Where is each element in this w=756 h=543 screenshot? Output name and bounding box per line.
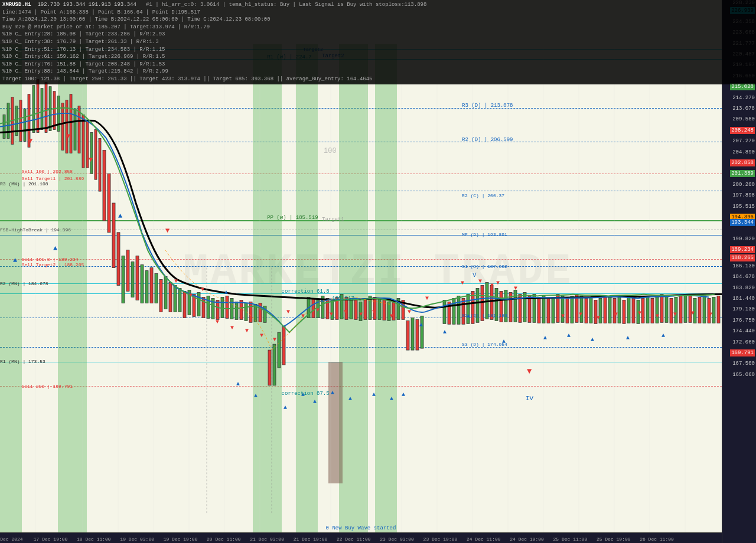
ppw-label: PP (w) | 185.519 <box>267 215 318 221</box>
price-172: 172.060 <box>732 339 755 345</box>
svg-rect-61 <box>183 291 186 318</box>
r3mn-label: R3 (MN) | 201.108 <box>0 181 48 187</box>
svg-text:▼: ▼ <box>28 137 33 145</box>
svg-text:▼: ▼ <box>230 325 234 331</box>
svg-text:▼: ▼ <box>273 336 276 343</box>
svg-rect-66 <box>207 296 210 318</box>
r2d-label: R2 (D) | 206.599 <box>462 137 513 143</box>
info-line6: %10 C_ Entry:38: 176.79 | Target:261.33 … <box>2 38 754 46</box>
svg-text:▲: ▲ <box>567 332 571 339</box>
svg-rect-21 <box>7 103 9 139</box>
svg-text:▲: ▲ <box>662 332 665 339</box>
svg-rect-70 <box>226 296 229 318</box>
svg-text:▼: ▼ <box>514 286 517 292</box>
svg-text:▲: ▲ <box>348 395 352 402</box>
svg-rect-98 <box>378 298 381 319</box>
svg-rect-138 <box>585 298 588 323</box>
svg-text:▼: ▼ <box>316 307 320 313</box>
time-label-11: 23 Dec 19:00 <box>423 537 458 542</box>
s3d-label: S3 (D) | 174.954 <box>462 342 507 347</box>
time-label-6: 20 Dec 11:00 <box>207 537 241 542</box>
svg-rect-143 <box>608 297 611 323</box>
svg-text:IV: IV <box>526 395 534 402</box>
svg-rect-156 <box>670 298 673 323</box>
svg-rect-39 <box>82 115 84 168</box>
svg-text:▲: ▲ <box>284 404 287 411</box>
price-174: 174.440 <box>732 328 755 334</box>
sell250-label: Sell 250 | 169.791 <box>22 384 73 389</box>
price-188: 188.265 <box>730 254 755 261</box>
svg-rect-126 <box>528 296 531 322</box>
price-181: 181.440 <box>732 296 755 302</box>
svg-rect-104 <box>406 320 409 350</box>
svg-rect-145 <box>618 297 621 323</box>
svg-text:▲: ▲ <box>313 398 317 405</box>
new-buy-wave-label: 0 New Buy Wave started <box>326 525 396 531</box>
svg-rect-68 <box>216 300 219 319</box>
svg-rect-147 <box>627 297 630 323</box>
svg-text:▼: ▼ <box>359 311 363 318</box>
price-165: 165.060 <box>732 372 755 378</box>
svg-rect-87 <box>326 298 329 319</box>
svg-rect-162 <box>698 297 701 323</box>
svg-text:▼: ▼ <box>201 286 204 293</box>
svg-rect-93 <box>354 300 357 319</box>
svg-rect-128 <box>537 297 540 323</box>
time-label-15: 25 Dec 19:00 <box>597 537 631 542</box>
svg-rect-125 <box>523 292 526 322</box>
price-204: 204.890 <box>732 149 755 155</box>
svg-rect-50 <box>131 262 134 297</box>
svg-rect-110 <box>452 298 455 324</box>
svg-text:▼: ▼ <box>561 313 565 319</box>
svg-rect-134 <box>566 298 569 323</box>
svg-rect-129 <box>542 296 545 323</box>
svg-rect-29 <box>41 89 43 130</box>
svg-text:▲: ▲ <box>543 335 547 341</box>
info-line8: %10 C_ Entry:61: 159.162 | Target:226.96… <box>2 53 754 61</box>
svg-rect-65 <box>202 297 205 318</box>
time-label-5: 19 Dec 19:00 <box>164 537 198 542</box>
svg-text:▼: ▼ <box>189 292 193 299</box>
time-label-2: 17 Dec 19:00 <box>34 537 68 542</box>
time-label-9: 22 Dec 11:00 <box>337 537 371 542</box>
svg-text:▼: ▼ <box>425 295 429 302</box>
svg-rect-166 <box>717 296 720 323</box>
price-210: 209.580 <box>732 116 755 122</box>
svg-rect-48 <box>122 256 125 303</box>
svg-rect-53 <box>145 271 148 303</box>
svg-rect-146 <box>623 300 625 323</box>
svg-rect-72 <box>235 302 238 319</box>
svg-text:▲: ▲ <box>224 289 228 296</box>
svg-rect-95 <box>364 298 367 319</box>
svg-text:▲: ▲ <box>443 329 447 335</box>
svg-text:▼: ▼ <box>527 367 532 376</box>
svg-rect-60 <box>178 289 181 312</box>
svg-rect-56 <box>159 280 162 312</box>
svg-text:▲: ▲ <box>626 335 630 341</box>
svg-rect-34 <box>61 103 64 151</box>
time-label-4: 19 Dec 03:00 <box>120 537 154 542</box>
svg-text:▼: ▼ <box>330 311 333 318</box>
svg-text:▼: ▼ <box>390 313 393 319</box>
svg-text:▼: ▼ <box>174 278 178 284</box>
svg-text:▲: ▲ <box>419 322 423 328</box>
svg-text:▼: ▼ <box>344 309 347 315</box>
svg-text:▼: ▼ <box>260 332 263 339</box>
price-213: 213.078 <box>732 106 755 112</box>
info-line1: XMRUSD.H1 192.730 193.344 191.913 193.34… <box>2 1 754 9</box>
r2c-label: R2 (C) | 200.37 <box>462 193 504 198</box>
info-line3: Time A:2024.12.20 13:00:00 | Time B:2024… <box>2 16 754 24</box>
time-label-8: 21 Dec 19:00 <box>294 537 328 542</box>
svg-rect-43 <box>99 138 101 191</box>
svg-rect-59 <box>174 286 177 312</box>
svg-text:▲: ▲ <box>591 336 594 343</box>
price-183: 183.820 <box>732 285 755 291</box>
svg-rect-27 <box>32 86 35 133</box>
chart-area: V IV ▲ ▲ ▲ ▲ ▲ ▲ ▲ ▲ ▲ ▲ ▲ ▲ ▲ ▲ ▲ ▲ ▲ ▲… <box>0 44 722 532</box>
svg-text:▼: ▼ <box>597 315 600 321</box>
svg-rect-28 <box>37 80 39 133</box>
svg-rect-58 <box>169 283 172 312</box>
svg-text:▼: ▼ <box>478 278 482 284</box>
svg-rect-75 <box>249 302 252 322</box>
svg-text:V: V <box>472 272 477 279</box>
